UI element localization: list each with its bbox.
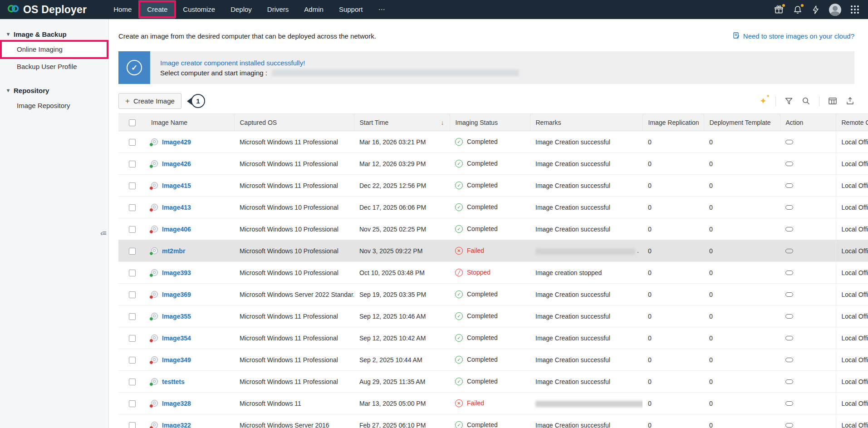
image-name-link[interactable]: mt2mbr [162, 247, 185, 255]
start-time: Mar 12, 2026 03:29 PM [354, 153, 450, 175]
action-icon[interactable] [785, 162, 793, 166]
image-name-link[interactable]: Image354 [162, 335, 191, 342]
remote-office: Local Office [836, 393, 868, 414]
remote-office: Local Office [836, 240, 868, 262]
export-icon[interactable] [846, 97, 854, 105]
col-remarks[interactable]: Remarks [530, 114, 642, 131]
row-checkbox[interactable] [129, 270, 136, 276]
apps-grid-icon[interactable] [851, 5, 859, 14]
action-icon[interactable] [785, 379, 793, 384]
action-icon[interactable] [785, 205, 793, 210]
app-logo[interactable]: OS Deployer [0, 3, 93, 16]
gift-icon[interactable] [774, 5, 784, 15]
image-name-link[interactable]: Image322 [162, 422, 191, 428]
search-icon[interactable] [802, 97, 810, 105]
create-image-button[interactable]: + Create Image [118, 93, 181, 109]
row-checkbox[interactable] [129, 139, 136, 146]
col-image-replication[interactable]: Image Replication [642, 114, 704, 131]
cloud-doc-icon [733, 32, 740, 40]
col-imaging-status[interactable]: Imaging Status [450, 114, 530, 131]
row-checkbox[interactable] [129, 357, 136, 364]
sidebar-item-backup-user-profile[interactable]: Backup User Profile [0, 58, 108, 75]
action-icon[interactable] [785, 292, 793, 297]
nav-item-customize[interactable]: Customize [175, 0, 223, 19]
imaging-status: ✓Completed [450, 153, 530, 175]
nav-item-drivers[interactable]: Drivers [260, 0, 297, 19]
table-header-row: Image NameCaptured OSStart Time↓Imaging … [118, 114, 868, 131]
sidebar-section-repository[interactable]: ▾Repository [0, 84, 108, 97]
image-disk-icon [151, 182, 158, 189]
nav-item-support[interactable]: Support [331, 0, 371, 19]
nav-item-home[interactable]: Home [106, 0, 139, 19]
action-icon[interactable] [785, 140, 793, 144]
page-description: Create an image from the desired compute… [118, 32, 376, 40]
sidebar-item-online-imaging[interactable]: Online Imaging [0, 41, 108, 58]
row-checkbox[interactable] [129, 379, 136, 385]
sort-desc-icon[interactable]: ↓ [441, 119, 444, 126]
image-name-link[interactable]: Image355 [162, 313, 191, 320]
sidebar-item-image-repository[interactable]: Image Repository [0, 97, 108, 114]
col-captured-os[interactable]: Captured OS [234, 114, 354, 131]
col-start-time[interactable]: Start Time↓ [354, 114, 450, 131]
col-image-name[interactable]: Image Name [146, 114, 234, 131]
image-name-link[interactable]: Image426 [162, 160, 191, 167]
cloud-storage-link[interactable]: Need to store images on your cloud? [733, 32, 854, 40]
image-status-dot [149, 186, 153, 190]
col-remote-office[interactable]: Remote Office [836, 114, 868, 131]
remarks: Image Creation successful [530, 327, 642, 349]
action-icon[interactable] [785, 401, 793, 406]
image-replication: 0 [642, 262, 704, 284]
row-checkbox[interactable] [129, 226, 136, 233]
deployment-template: 0 [704, 218, 780, 240]
imaging-status: ✓Completed [450, 197, 530, 218]
col-deployment-template[interactable]: Deployment Template [704, 114, 780, 131]
image-name-link[interactable]: Image369 [162, 291, 191, 298]
image-name-link[interactable]: Image328 [162, 400, 191, 407]
action-icon[interactable] [785, 336, 793, 340]
nav-item-create[interactable]: Create [139, 0, 175, 19]
row-checkbox[interactable] [129, 335, 136, 342]
user-avatar[interactable] [829, 4, 841, 16]
action-icon[interactable] [785, 183, 793, 188]
lightning-icon[interactable] [812, 5, 819, 15]
image-name-link[interactable]: Image349 [162, 356, 191, 364]
row-checkbox[interactable] [129, 291, 136, 298]
action-icon[interactable] [785, 358, 793, 362]
row-checkbox[interactable] [129, 204, 136, 211]
row-checkbox[interactable] [129, 182, 136, 189]
nav-item-admin[interactable]: Admin [296, 0, 331, 19]
row-checkbox[interactable] [129, 248, 136, 255]
image-name-link[interactable]: Image393 [162, 269, 191, 276]
ai-sparkle-icon[interactable]: ✦ [760, 97, 767, 105]
action-icon[interactable] [785, 249, 793, 253]
nav-item-deploy[interactable]: Deploy [223, 0, 260, 19]
row-checkbox[interactable] [129, 400, 136, 407]
image-name-link[interactable]: Image406 [162, 226, 191, 233]
remarks: Image Creation successful [530, 131, 642, 153]
notifications-bell-icon[interactable] [793, 5, 802, 15]
nav-more-button[interactable]: ⋯ [370, 0, 392, 19]
col-action[interactable]: Action [780, 114, 836, 131]
row-checkbox[interactable] [129, 313, 136, 320]
row-checkbox[interactable] [129, 161, 136, 167]
remote-office: Local Office [836, 153, 868, 175]
sidebar-collapse-icon[interactable]: ‹≡ [100, 229, 106, 237]
image-status-dot [149, 404, 153, 408]
action-icon[interactable] [785, 423, 793, 428]
action-icon[interactable] [785, 271, 793, 275]
image-name-link[interactable]: Image429 [162, 138, 191, 146]
select-all-checkbox[interactable] [129, 119, 136, 126]
action-icon[interactable] [785, 227, 793, 231]
check-circle-icon: ✓ [127, 60, 142, 75]
image-name-link[interactable]: Image415 [162, 182, 191, 189]
action-icon[interactable] [785, 314, 793, 319]
image-replication: 0 [642, 327, 704, 349]
column-settings-icon[interactable] [828, 97, 837, 105]
sidebar-section-image-backup[interactable]: ▾Image & Backup [0, 27, 108, 41]
row-checkbox[interactable] [129, 422, 136, 428]
image-status-dot [149, 382, 153, 386]
filter-icon[interactable] [785, 97, 793, 105]
image-name-link[interactable]: Image413 [162, 204, 191, 211]
banner-title[interactable]: Image creator component installed succes… [160, 59, 854, 67]
image-name-link[interactable]: testtets [162, 378, 185, 385]
